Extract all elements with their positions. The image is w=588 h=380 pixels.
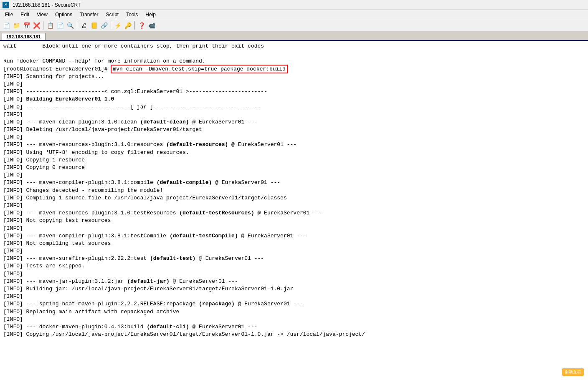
toolbar-pagesetup[interactable]: 📒: [89, 21, 99, 30]
toolbar-delete[interactable]: ❌: [32, 21, 41, 30]
toolbar-find[interactable]: 🔍: [66, 21, 75, 30]
menu-view[interactable]: View: [33, 11, 51, 18]
app-icon: S: [3, 2, 9, 8]
separator-3: [111, 21, 111, 30]
menu-transfer[interactable]: Transfer: [76, 11, 101, 18]
menu-edit[interactable]: Edit: [17, 11, 33, 18]
watermark: 创新互联: [562, 368, 584, 376]
toolbar-connect[interactable]: 🔗: [99, 21, 109, 30]
menu-options[interactable]: Options: [52, 11, 76, 18]
toolbar: 📄 📁 📅 ❌ 📋 📄 🔍 🖨 📒 🔗 ⚡ 🔑 ❓ 📹: [0, 19, 588, 32]
session-tab[interactable]: 192.168.188.181: [2, 33, 46, 40]
toolbar-open[interactable]: 📁: [12, 21, 21, 30]
toolbar-copy[interactable]: 📋: [46, 21, 55, 30]
menu-tools[interactable]: Tools: [123, 11, 141, 18]
tab-bar: 192.168.188.181: [0, 32, 588, 41]
toolbar-script[interactable]: ⚡: [113, 21, 122, 30]
toolbar-print[interactable]: 🖨: [79, 21, 89, 30]
toolbar-map[interactable]: 📹: [147, 21, 156, 30]
menu-bar: File Edit View Options Transfer Script T…: [0, 10, 588, 19]
toolbar-new[interactable]: 📄: [2, 21, 11, 30]
terminal-output[interactable]: wait Block until one or more containers …: [0, 41, 588, 379]
toolbar-help[interactable]: ❓: [137, 21, 146, 30]
toolbar-close[interactable]: 📅: [22, 21, 31, 30]
menu-file[interactable]: File: [2, 11, 16, 18]
toolbar-paste[interactable]: 📄: [56, 21, 65, 30]
toolbar-key[interactable]: 🔑: [123, 21, 132, 30]
menu-script[interactable]: Script: [103, 11, 122, 18]
separator-1: [43, 21, 43, 30]
separator-2: [77, 21, 77, 30]
menu-help[interactable]: Help: [142, 11, 159, 18]
window-title: 192.168.188.181 - SecureCRT: [13, 2, 81, 8]
separator-4: [134, 21, 135, 30]
title-bar: S 192.168.188.181 - SecureCRT: [0, 0, 588, 10]
tab-label: 192.168.188.181: [6, 34, 41, 39]
